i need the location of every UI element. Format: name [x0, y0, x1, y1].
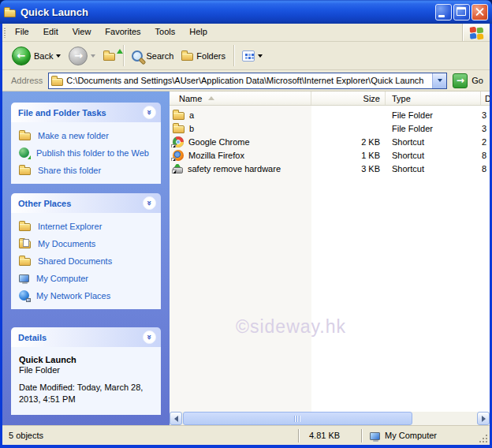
- file-row[interactable]: a File Folder 3: [170, 108, 490, 121]
- task-make-new-folder[interactable]: Make a new folder: [19, 130, 156, 141]
- task-publish-folder[interactable]: Publish this folder to the Web: [19, 147, 156, 159]
- views-icon: [242, 50, 255, 62]
- status-total-size: 4.81 KB: [300, 431, 361, 440]
- file-size-cell: 3 KB: [311, 164, 386, 174]
- file-name-cell[interactable]: Mozilla Firefox: [170, 150, 311, 161]
- file-name: Google Chrome: [188, 137, 250, 147]
- sort-ascending-icon: [208, 96, 214, 100]
- address-value: C:\Documents and Settings\AUser\Applicat…: [66, 76, 429, 85]
- toolbar-gripper[interactable]: [4, 27, 6, 38]
- safely-remove-hardware-icon: [173, 167, 183, 174]
- folder-icon: [173, 125, 184, 133]
- shortcut-arrow-icon: [171, 158, 176, 161]
- title-bar[interactable]: Quick Launch: [0, 0, 492, 24]
- file-row[interactable]: Mozilla Firefox 1 KB Shortcut 8: [170, 148, 490, 162]
- panel-details: Details » Quick Launch File Folder Date …: [11, 327, 161, 415]
- publish-web-icon: [19, 147, 29, 158]
- place-my-documents[interactable]: My Documents: [19, 238, 156, 249]
- scroll-right-button[interactable]: [477, 412, 490, 425]
- new-folder-icon: [19, 133, 31, 140]
- panel-title: File and Folder Tasks: [18, 108, 106, 118]
- address-folder-icon: [51, 78, 63, 86]
- forward-button[interactable]: →: [65, 45, 99, 67]
- resize-grip[interactable]: [478, 433, 488, 443]
- up-folder-icon: [103, 53, 115, 61]
- menu-help[interactable]: Help: [182, 24, 214, 41]
- shared-documents-icon: [19, 258, 31, 266]
- minimize-button[interactable]: [435, 4, 452, 21]
- place-shared-documents[interactable]: Shared Documents: [19, 256, 156, 267]
- details-name: Quick Launch: [19, 355, 155, 364]
- file-name-cell[interactable]: safety remove hardware: [170, 164, 311, 174]
- share-folder-icon: [19, 167, 31, 175]
- details-type: File Folder: [19, 365, 155, 375]
- collapse-chevron-button[interactable]: »: [143, 196, 156, 210]
- file-name-cell[interactable]: Google Chrome: [170, 136, 311, 147]
- file-row[interactable]: b File Folder 3: [170, 121, 490, 135]
- close-button[interactable]: [472, 4, 488, 21]
- go-area: → Go: [447, 73, 490, 88]
- explorer-window: Quick Launch File Edit View Favorites To…: [0, 0, 492, 448]
- place-my-network-places[interactable]: My Network Places: [19, 290, 156, 301]
- column-header-name[interactable]: Name: [170, 91, 311, 105]
- panel-header[interactable]: File and Folder Tasks »: [11, 103, 161, 122]
- forward-dropdown-icon: [91, 54, 95, 58]
- window-title: Quick Launch: [20, 6, 434, 18]
- back-label: Back: [34, 51, 53, 61]
- search-label: Search: [146, 51, 173, 61]
- scrollbar-thumb[interactable]: [183, 412, 412, 425]
- task-share-folder[interactable]: Share this folder: [19, 165, 156, 176]
- panel-header[interactable]: Details »: [11, 327, 161, 347]
- menu-bar: File Edit View Favorites Tools Help: [2, 24, 490, 42]
- collapse-chevron-button[interactable]: »: [143, 330, 156, 344]
- menu-favorites[interactable]: Favorites: [98, 24, 147, 41]
- my-computer-icon: [370, 432, 380, 440]
- address-dropdown-button[interactable]: [432, 73, 446, 88]
- address-input[interactable]: C:\Documents and Settings\AUser\Applicat…: [48, 73, 447, 89]
- horizontal-scrollbar[interactable]: [170, 412, 490, 425]
- views-button[interactable]: [238, 49, 266, 63]
- folders-button[interactable]: Folders: [177, 49, 229, 62]
- clipped-date-cell: 8: [481, 151, 490, 160]
- folders-icon: [181, 53, 193, 61]
- scroll-left-button[interactable]: [170, 412, 182, 425]
- back-icon: ←: [12, 47, 31, 65]
- column-header-clipped[interactable]: D: [481, 91, 490, 105]
- my-documents-icon: [19, 241, 31, 248]
- back-dropdown-icon: [56, 54, 61, 58]
- file-row[interactable]: Google Chrome 2 KB Shortcut 2: [170, 135, 490, 148]
- shortcut-arrow-icon: [171, 144, 176, 147]
- folder-icon: [173, 112, 184, 120]
- menu-view[interactable]: View: [65, 24, 99, 41]
- firefox-icon: [173, 150, 184, 161]
- clipped-date-cell: 8: [481, 164, 490, 174]
- file-name-cell[interactable]: a: [170, 110, 311, 120]
- menu-tools[interactable]: Tools: [148, 24, 183, 41]
- column-header-type[interactable]: Type: [386, 91, 481, 105]
- go-button[interactable]: →: [453, 73, 468, 88]
- file-name: b: [189, 124, 194, 133]
- file-name-cell[interactable]: b: [170, 123, 311, 133]
- forward-icon: →: [69, 47, 88, 65]
- views-dropdown-icon: [258, 54, 263, 58]
- file-row[interactable]: safety remove hardware 3 KB Shortcut 8: [170, 162, 490, 175]
- folders-label: Folders: [196, 51, 226, 61]
- toolbar-separator: [233, 45, 234, 66]
- panel-header[interactable]: Other Places »: [11, 193, 161, 213]
- file-size-cell: 1 KB: [311, 151, 386, 160]
- address-label: Address: [11, 76, 43, 85]
- place-internet-explorer[interactable]: Internet Explorer: [19, 221, 156, 232]
- up-button[interactable]: [99, 49, 119, 62]
- file-name: safety remove hardware: [188, 164, 281, 174]
- column-header-size[interactable]: Size: [311, 91, 386, 105]
- back-button[interactable]: ← Back: [8, 45, 65, 67]
- place-my-computer[interactable]: My Computer: [19, 273, 156, 284]
- collapse-chevron-button[interactable]: »: [143, 106, 156, 119]
- menu-edit[interactable]: Edit: [36, 24, 65, 41]
- status-bar: 5 objects 4.81 KB My Computer: [2, 425, 490, 445]
- search-button[interactable]: Search: [128, 48, 177, 63]
- maximize-button[interactable]: [453, 4, 470, 21]
- folder-icon: [19, 223, 31, 231]
- menu-file[interactable]: File: [8, 24, 36, 41]
- panel-file-folder-tasks: File and Folder Tasks » Make a new folde…: [11, 103, 161, 184]
